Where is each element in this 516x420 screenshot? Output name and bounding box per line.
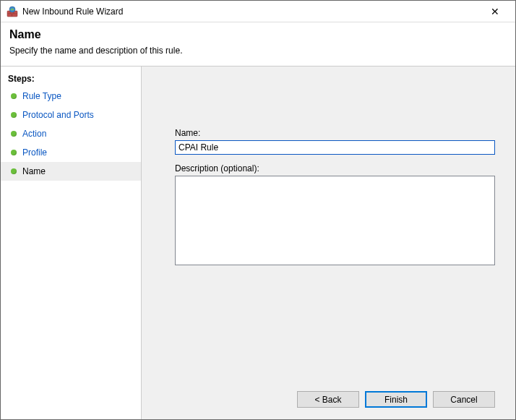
button-row: < Back Finish Cancel [175,384,495,408]
step-bullet-icon [11,131,17,137]
close-icon: ✕ [491,6,499,17]
titlebar: New Inbound Rule Wizard ✕ [1,1,515,22]
description-label: Description (optional): [175,163,495,173]
firewall-icon [7,6,18,17]
step-protocol-and-ports[interactable]: Protocol and Ports [1,106,141,124]
step-action[interactable]: Action [1,124,141,143]
description-textarea[interactable] [175,176,495,265]
cancel-button[interactable]: Cancel [433,391,495,408]
step-label: Name [22,165,46,178]
window-title: New Inbound Rule Wizard [22,7,481,17]
steps-title: Steps: [1,71,141,87]
step-bullet-icon [11,112,17,118]
step-name[interactable]: Name [1,162,141,181]
step-profile[interactable]: Profile [1,143,141,162]
step-bullet-icon [11,150,17,155]
close-button[interactable]: ✕ [481,1,509,22]
step-link[interactable]: Protocol and Ports [22,108,94,121]
step-link[interactable]: Rule Type [22,90,61,103]
name-label: Name: [175,128,495,138]
wizard-header: Name Specify the name and description of… [1,22,515,67]
wizard-window: New Inbound Rule Wizard ✕ Name Specify t… [0,0,516,420]
main-panel: Name: Description (optional): < Back Fin… [142,67,515,419]
steps-sidebar: Steps: Rule Type Protocol and Ports Acti… [1,67,142,419]
back-button[interactable]: < Back [297,391,359,408]
step-bullet-icon [11,93,17,99]
page-subtitle: Specify the name and description of this… [9,46,507,56]
finish-button[interactable]: Finish [365,391,427,408]
step-link[interactable]: Action [22,127,46,140]
step-link[interactable]: Profile [22,146,47,159]
wizard-body: Steps: Rule Type Protocol and Ports Acti… [1,67,515,419]
page-title: Name [9,28,507,41]
step-bullet-icon [11,168,17,174]
name-input[interactable] [175,140,495,155]
step-rule-type[interactable]: Rule Type [1,87,141,106]
